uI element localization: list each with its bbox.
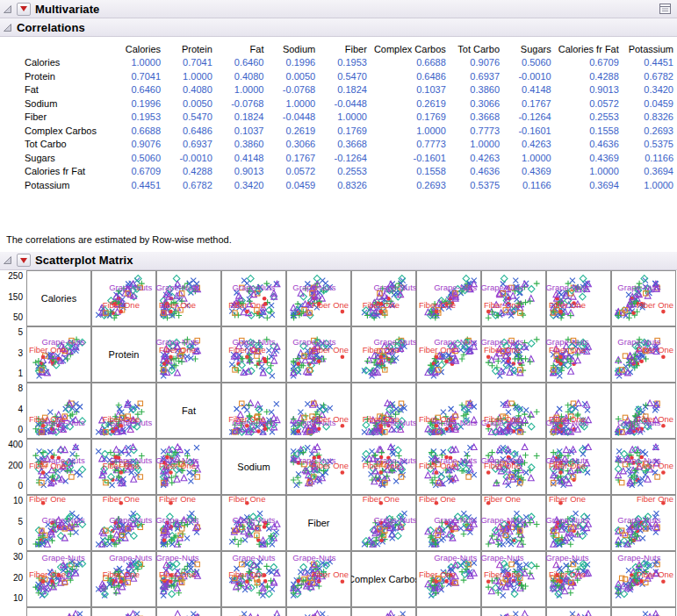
scatter-cell-complex-carbos-vs-sugars[interactable]: Grape-NutsFiber One: [481, 551, 546, 607]
scatter-cell-complex-carbos-vs-fiber[interactable]: Grape-NutsFiber One: [286, 551, 351, 607]
scatter-cell-calories-vs-tot-carbo[interactable]: Grape-NutsFiber One: [416, 270, 481, 326]
correlation-value: 0.3860: [216, 138, 268, 152]
table-row: Calories fr Fat0.67090.42880.90130.05720…: [25, 165, 677, 179]
scatter-cell-tot-carbo-vs-potassium[interactable]: Grape-NutsFiber One: [611, 607, 676, 616]
scatter-cell-sodium-vs-potassium[interactable]: Grape-NutsFiber One: [611, 439, 676, 495]
scatter-cell-complex-carbos-vs-protein[interactable]: Grape-NutsFiber One: [91, 551, 156, 607]
svg-text:Fiber One: Fiber One: [312, 461, 349, 470]
disclosure-triangle-icon[interactable]: [3, 23, 12, 32]
scatter-cell-tot-carbo-vs-fiber[interactable]: Grape-NutsFiber One: [286, 607, 351, 616]
scatter-cell-protein-vs-potassium[interactable]: Grape-NutsFiber One: [611, 326, 676, 383]
correlation-value: 0.4636: [450, 165, 503, 179]
scatter-cell-protein-vs-tot-carbo[interactable]: Grape-NutsFiber One: [416, 326, 481, 383]
scatter-cell-tot-carbo-vs-sodium[interactable]: Grape-NutsFiber One: [221, 607, 286, 616]
scatter-cell-fat-vs-sodium[interactable]: Grape-NutsFiber One: [221, 383, 286, 439]
scatter-cell-protein-vs-complex-carbos[interactable]: Grape-NutsFiber One: [351, 326, 416, 383]
scatter-cell-protein-vs-fat[interactable]: Grape-NutsFiber One: [156, 326, 221, 383]
svg-text:Grape-Nuts: Grape-Nuts: [373, 283, 416, 292]
column-header-fat: Fat: [216, 42, 268, 56]
svg-text:Fiber One: Fiber One: [103, 569, 140, 579]
scatter-cell-sodium-vs-protein[interactable]: Grape-NutsFiber One: [91, 439, 156, 495]
scatter-cell-fiber-vs-sodium[interactable]: Grape-NutsFiber One: [221, 495, 286, 551]
scatter-cell-fiber-vs-complex-carbos[interactable]: Grape-NutsFiber One: [351, 495, 416, 551]
disclosure-triangle-icon[interactable]: [3, 4, 12, 14]
disclosure-triangle-icon[interactable]: [3, 255, 12, 265]
scatter-cell-tot-carbo-vs-fat[interactable]: Grape-NutsFiber One: [156, 607, 221, 616]
scatter-cell-tot-carbo-vs-protein[interactable]: Grape-NutsFiber One: [91, 607, 156, 616]
scatter-cell-fat-vs-complex-carbos[interactable]: Grape-NutsFiber One: [351, 383, 416, 439]
scatter-cell-fiber-vs-tot-carbo[interactable]: Grape-NutsFiber One: [416, 495, 481, 551]
scatter-cell-fiber-vs-calories-fr-fat[interactable]: Grape-NutsFiber One: [546, 495, 611, 551]
correlation-value: -0.1264: [319, 151, 371, 165]
svg-text:Fiber One: Fiber One: [29, 461, 66, 470]
scatter-cell-fat-vs-calories[interactable]: Grape-NutsFiber One: [26, 383, 91, 439]
scatter-cell-fiber-vs-sugars[interactable]: Grape-NutsFiber One: [481, 495, 546, 551]
scatter-cell-tot-carbo-vs-calories[interactable]: Grape-NutsFiber One: [26, 607, 91, 616]
scatter-cell-tot-carbo-vs-sugars[interactable]: Grape-NutsFiber One: [481, 607, 546, 616]
svg-text:Fiber One: Fiber One: [484, 345, 521, 355]
diagonal-cell-fat: Fat: [156, 383, 221, 439]
scatter-cell-calories-vs-calories-fr-fat[interactable]: Grape-NutsFiber One: [546, 270, 611, 326]
svg-text:Fiber One: Fiber One: [363, 345, 400, 355]
scatter-cell-sodium-vs-fiber[interactable]: Grape-NutsFiber One: [286, 439, 351, 495]
correlation-value: 0.1769: [319, 124, 371, 138]
scatter-cell-fiber-vs-protein[interactable]: Grape-NutsFiber One: [91, 495, 156, 551]
scatter-cell-fat-vs-tot-carbo[interactable]: Grape-NutsFiber One: [416, 383, 481, 439]
report-window-icon[interactable]: [659, 3, 672, 18]
scatter-cell-complex-carbos-vs-sodium[interactable]: Grape-NutsFiber One: [221, 551, 286, 607]
scatter-cell-sodium-vs-complex-carbos[interactable]: Grape-NutsFiber One: [351, 439, 416, 495]
tick-label: 0: [18, 538, 23, 547]
scatter-cell-fat-vs-sugars[interactable]: Grape-NutsFiber One: [481, 383, 546, 439]
scatter-cell-sodium-vs-fat[interactable]: Grape-NutsFiber One: [156, 439, 221, 495]
scatter-cell-fat-vs-protein[interactable]: Grape-NutsFiber One: [91, 383, 156, 439]
correlation-value: 0.3694: [555, 178, 623, 192]
scatter-cell-fiber-vs-calories[interactable]: Grape-NutsFiber One: [26, 495, 91, 551]
svg-text:Fiber One: Fiber One: [419, 345, 456, 355]
scatter-cell-sodium-vs-sugars[interactable]: Grape-NutsFiber One: [481, 439, 546, 495]
scatter-cell-sodium-vs-calories[interactable]: Grape-NutsFiber One: [26, 439, 91, 495]
scatter-cell-complex-carbos-vs-fat[interactable]: Grape-NutsFiber One: [156, 551, 221, 607]
scatter-cell-sodium-vs-calories-fr-fat[interactable]: Grape-NutsFiber One: [546, 439, 611, 495]
svg-text:Fiber One: Fiber One: [484, 461, 521, 470]
svg-text:Fiber One: Fiber One: [637, 461, 673, 470]
scatter-cell-complex-carbos-vs-potassium[interactable]: Grape-NutsFiber One: [611, 551, 676, 607]
svg-text:Fiber One: Fiber One: [159, 345, 196, 355]
red-triangle-menu-button[interactable]: [17, 3, 31, 16]
scatter-cell-complex-carbos-vs-calories-fr-fat[interactable]: Grape-NutsFiber One: [546, 551, 611, 607]
svg-text:Grape-Nuts: Grape-Nuts: [232, 553, 275, 562]
correlation-table: CaloriesProteinFatSodiumFiberComplex Car…: [25, 42, 677, 192]
svg-text:Grape-Nuts: Grape-Nuts: [617, 514, 660, 524]
scatter-cell-calories-vs-protein[interactable]: Grape-NutsFiber One: [91, 270, 156, 326]
svg-text:Fiber One: Fiber One: [637, 569, 673, 579]
scatter-cell-complex-carbos-vs-calories[interactable]: Grape-NutsFiber One: [26, 551, 91, 607]
scatter-cell-fat-vs-potassium[interactable]: Grape-NutsFiber One: [611, 383, 676, 439]
scatter-cell-fiber-vs-potassium[interactable]: Grape-NutsFiber One: [611, 495, 676, 551]
scatter-cell-complex-carbos-vs-tot-carbo[interactable]: Grape-NutsFiber One: [416, 551, 481, 607]
scatter-cell-protein-vs-fiber[interactable]: Grape-NutsFiber One: [286, 326, 351, 383]
scatter-cell-calories-vs-fat[interactable]: Grape-NutsFiber One: [156, 270, 221, 326]
correlation-value: 0.6486: [164, 124, 216, 138]
scatter-cell-tot-carbo-vs-calories-fr-fat[interactable]: Grape-NutsFiber One: [546, 607, 611, 616]
correlation-value: 0.7773: [450, 124, 503, 138]
scatter-cell-fat-vs-fiber[interactable]: Grape-NutsFiber One: [286, 383, 351, 439]
scatter-cell-calories-vs-fiber[interactable]: Grape-NutsFiber One: [286, 270, 351, 326]
scatter-cell-sodium-vs-tot-carbo[interactable]: Grape-NutsFiber One: [416, 439, 481, 495]
red-triangle-menu-button[interactable]: [17, 254, 31, 267]
scatter-cell-calories-vs-complex-carbos[interactable]: Grape-NutsFiber One: [351, 270, 416, 326]
scatter-cell-fiber-vs-fat[interactable]: Grape-NutsFiber One: [156, 495, 221, 551]
svg-text:Fiber One: Fiber One: [312, 569, 349, 579]
scatter-cell-calories-vs-potassium[interactable]: Grape-NutsFiber One: [611, 270, 676, 326]
svg-text:Fiber One: Fiber One: [29, 569, 66, 579]
y-axis-protein: 531: [0, 326, 26, 383]
tick-label: 20: [13, 574, 23, 583]
scatter-cell-fat-vs-calories-fr-fat[interactable]: Grape-NutsFiber One: [546, 383, 611, 439]
scatter-cell-protein-vs-calories[interactable]: Grape-NutsFiber One: [26, 326, 91, 383]
scatter-cell-protein-vs-sodium[interactable]: Grape-NutsFiber One: [221, 326, 286, 383]
scatter-cell-calories-vs-sodium[interactable]: Grape-NutsFiber One: [221, 270, 286, 326]
scatter-cell-calories-vs-sugars[interactable]: Grape-NutsFiber One: [481, 270, 546, 326]
scatter-cell-protein-vs-sugars[interactable]: Grape-NutsFiber One: [481, 326, 546, 383]
scatter-cell-protein-vs-calories-fr-fat[interactable]: Grape-NutsFiber One: [546, 326, 611, 383]
scatter-cell-tot-carbo-vs-complex-carbos[interactable]: Grape-NutsFiber One: [351, 607, 416, 616]
correlation-value: 0.4148: [503, 83, 555, 97]
correlation-value: 0.1558: [371, 165, 450, 179]
